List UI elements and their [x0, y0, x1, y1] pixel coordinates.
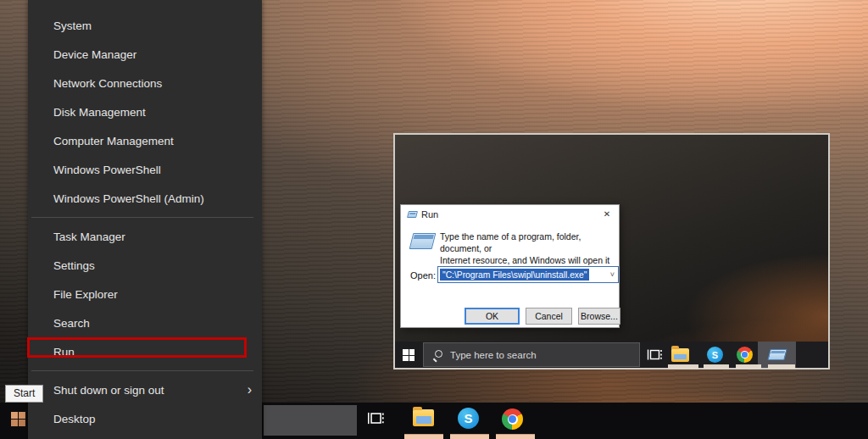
menu-item-network-connections[interactable]: Network Connections: [28, 69, 262, 97]
menu-item-search[interactable]: Search: [28, 308, 262, 337]
winlogo-pane: [409, 349, 415, 355]
start-button[interactable]: [403, 349, 415, 361]
close-icon[interactable]: ✕: [595, 205, 619, 224]
chrome-icon[interactable]: [502, 408, 523, 430]
menu-item-task-manager[interactable]: Task Manager: [28, 222, 262, 251]
menu-item-system[interactable]: System: [28, 11, 262, 40]
desktop-screen: Run ✕ Type the name of a program, folder…: [0, 0, 868, 439]
taskbar-strip: [704, 364, 729, 369]
skype-icon[interactable]: S: [458, 408, 479, 429]
menu-separator: [31, 217, 253, 218]
menu-item-disk-management[interactable]: Disk Management: [28, 97, 262, 126]
taskbar-strip: [668, 364, 698, 369]
run-dialog-title: Run: [421, 205, 438, 224]
run-dialog-titlebar: Run ✕: [401, 205, 619, 224]
menu-item-run[interactable]: Run: [28, 337, 262, 366]
run-program-icon: [409, 233, 437, 249]
chrome-icon[interactable]: [737, 347, 753, 363]
menu-item-file-explorer[interactable]: File Explorer: [28, 280, 262, 308]
menu-item-label: Shut down or sign out: [53, 384, 164, 397]
skype-icon[interactable]: S: [707, 347, 723, 363]
start-button[interactable]: [11, 412, 25, 426]
taskbar-strip: [496, 434, 535, 439]
file-explorer-icon[interactable]: [671, 348, 689, 362]
task-view-icon[interactable]: [646, 347, 663, 362]
browse-button[interactable]: Browse...: [578, 308, 620, 325]
winlogo-pane: [11, 412, 18, 419]
taskbar-search-box[interactable]: [264, 405, 357, 436]
taskbar-strip: [736, 364, 761, 369]
winlogo-pane: [19, 420, 25, 426]
menu-separator: [31, 370, 253, 371]
winlogo-pane: [409, 356, 415, 362]
open-combobox-value[interactable]: "C:\Program Files\swipl\uninstall.exe": [440, 269, 589, 281]
ok-button[interactable]: OK: [465, 308, 520, 325]
winlogo-pane: [11, 420, 18, 426]
taskbar-strip: [450, 434, 489, 439]
run-app-icon: [407, 211, 418, 218]
taskbar-search-box[interactable]: Type here to search: [423, 342, 640, 367]
winlogo-pane: [19, 412, 25, 419]
run-app-icon: [767, 349, 787, 360]
open-combobox[interactable]: "C:\Program Files\swipl\uninstall.exe" ˅: [437, 266, 619, 283]
run-dialog: Run ✕ Type the name of a program, folder…: [400, 204, 620, 328]
menu-item-computer-management[interactable]: Computer Management: [28, 126, 262, 155]
menu-item-settings[interactable]: Settings: [28, 251, 262, 280]
embedded-taskbar: Type here to search S: [395, 342, 828, 368]
winlogo-pane: [403, 356, 409, 362]
search-icon: [432, 349, 443, 360]
embedded-screenshot: Run ✕ Type the name of a program, folder…: [393, 133, 830, 370]
menu-item-shut-down[interactable]: Shut down or sign out ›: [28, 375, 262, 404]
description-line-1: Type the name of a program, folder, docu…: [440, 231, 614, 254]
cancel-button[interactable]: Cancel: [526, 308, 572, 325]
taskbar-strip: [404, 434, 443, 439]
chevron-down-icon[interactable]: ˅: [610, 267, 615, 282]
open-label: Open:: [410, 270, 436, 281]
menu-item-device-manager[interactable]: Device Manager: [28, 40, 262, 69]
task-view-icon[interactable]: [366, 410, 385, 426]
file-explorer-icon[interactable]: [413, 409, 434, 426]
start-tooltip: Start: [5, 385, 43, 403]
winlogo-pane: [403, 349, 409, 355]
search-placeholder: Type here to search: [450, 350, 537, 360]
menu-item-desktop[interactable]: Desktop: [28, 404, 262, 433]
chevron-right-icon: ›: [248, 383, 252, 397]
winx-menu: System Device Manager Network Connection…: [28, 0, 262, 439]
menu-item-windows-powershell-admin[interactable]: Windows PowerShell (Admin): [28, 184, 262, 213]
menu-item-windows-powershell[interactable]: Windows PowerShell: [28, 155, 262, 184]
taskbar-strip: [768, 364, 795, 369]
